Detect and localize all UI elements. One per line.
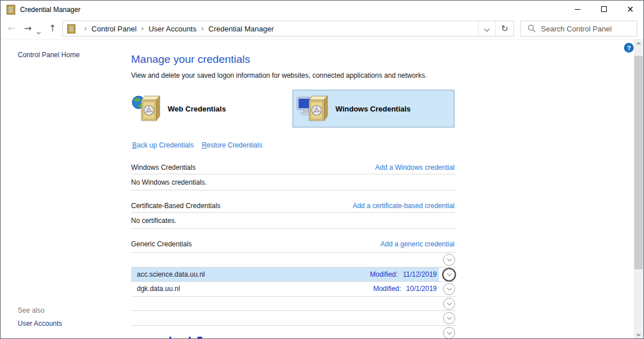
address-bar[interactable]: › Control Panel › User Accounts › Creden… [62,21,514,37]
windows-credentials-label: Windows Credentials [335,105,410,113]
chevron-down-icon [484,26,490,31]
credential-name: dgk.data.uu.nl [137,285,180,293]
search-input[interactable] [541,25,642,33]
clipped-text-fragment [189,337,191,338]
sidebar-item-user-accounts[interactable]: User Accounts [18,320,62,328]
clipped-text-fragment [169,337,171,338]
history-dropdown-button[interactable] [37,27,40,35]
modified-label: Modified: [373,285,401,293]
web-credentials-label: Web Credentials [168,105,226,113]
add-generic-credential-link[interactable]: Add a generic credential [381,240,455,248]
breadcrumb-control-panel[interactable]: Control Panel [92,25,137,33]
generic-credentials-section-title: Generic Credentials [131,240,192,248]
page-title: Manage your credentials [131,53,250,66]
forward-button[interactable]: → [24,23,31,34]
address-dropdown-button[interactable] [478,21,495,36]
credential-row[interactable] [131,297,456,312]
credential-row[interactable] [131,253,456,268]
scrollbar-thumb[interactable] [634,56,643,269]
chevron-down-icon [37,30,41,34]
back-button[interactable]: ← [7,23,15,34]
no-windows-credentials-text: No Windows credentials. [131,178,207,186]
chevron-down-icon [637,332,641,336]
breadcrumb-credential-manager[interactable]: Credential Manager [208,25,274,33]
navigation-bar: ← → ↑ › Control Panel › User Accounts › … [1,18,643,39]
vault-icon [6,5,16,15]
breadcrumb-separator: › [84,25,87,33]
close-icon: × [627,5,634,14]
vertical-scrollbar[interactable] [634,39,643,339]
breadcrumb-separator: › [141,25,144,33]
clipped-text-fragment [197,337,202,338]
expand-credential-button[interactable] [443,283,455,295]
help-button[interactable]: ? [624,43,634,53]
credential-row[interactable] [131,326,456,339]
modified-date: 11/12/2019 [403,270,437,278]
expand-credential-button[interactable] [443,298,455,310]
chevron-up-icon [637,42,641,46]
divider [131,190,456,190]
windows-credentials-icon [297,93,332,124]
generic-credentials-list: acc.science.data.uu.nl Modified: 11/12/2… [131,252,456,339]
see-also-label: See also [18,306,45,314]
credential-row-dgk-data-uu-nl[interactable]: dgk.data.uu.nl Modified: 10/1/2019 [131,282,456,297]
expand-credential-button[interactable] [443,312,455,324]
chevron-down-icon [447,286,451,290]
minimize-button[interactable] [564,1,591,18]
breadcrumb-separator: › [201,25,204,33]
web-credentials-tile[interactable]: Web Credentials [131,90,287,127]
chevron-down-icon [447,257,451,261]
web-credentials-icon [131,93,164,124]
vault-icon [67,24,76,34]
modified-label: Modified: [370,270,398,278]
expand-credential-button[interactable] [443,254,455,266]
search-box [520,21,637,37]
windows-credentials-section-title: Windows Credentials [131,163,196,172]
credential-modified: Modified: 11/12/2019 [370,268,437,282]
up-button[interactable]: ↑ [49,23,56,34]
divider [131,174,456,174]
page-description: View and delete your saved logon informa… [131,71,427,79]
credential-manager-window: Credential Manager × ← → ↑ › Control Pan… [0,0,644,339]
maximize-button[interactable] [591,1,617,18]
add-certificate-credential-link[interactable]: Add a certificate-based credential [353,202,455,210]
divider [131,228,456,229]
scroll-down-button[interactable] [634,329,643,339]
certificate-credentials-section-title: Certificate-Based Credentials [131,202,220,210]
credential-row-acc-science-data-uu-nl[interactable]: acc.science.data.uu.nl Modified: 11/12/2… [131,268,456,282]
window-title: Credential Manager [20,6,80,14]
add-windows-credential-link[interactable]: Add a Windows credential [375,163,455,172]
title-bar: Credential Manager × [1,1,643,18]
restore-credentials-link[interactable]: Restore Credentials [202,141,262,149]
window-controls: × [564,1,643,18]
backup-credentials-link[interactable]: Back up Credentials [132,141,193,149]
maximize-icon [601,6,607,12]
scroll-up-button[interactable] [634,39,643,49]
chevron-down-icon [447,329,451,334]
minimize-icon [575,9,580,10]
sidebar-item-control-panel-home[interactable]: Control Panel Home [18,51,80,59]
divider [131,212,456,213]
modified-date: 10/1/2019 [406,285,437,293]
credential-name: acc.science.data.uu.nl [137,270,205,278]
credential-actions: Back up Credentials Restore Credentials [132,141,262,149]
expand-credential-button[interactable] [443,327,455,339]
chevron-down-icon [447,300,451,305]
no-certificates-text: No certificates. [131,217,176,225]
credential-modified: Modified: 10/1/2019 [373,282,437,296]
close-button[interactable]: × [617,1,643,18]
credential-row[interactable] [131,311,456,326]
windows-credentials-tile-selected[interactable]: Windows Credentials [293,90,455,127]
chevron-down-icon [447,315,451,320]
chevron-down-icon [447,271,451,276]
expand-credential-button[interactable] [443,269,455,281]
help-icon: ? [627,45,631,51]
breadcrumb-user-accounts[interactable]: User Accounts [148,25,196,33]
refresh-button[interactable]: ↻ [495,21,513,36]
search-icon [528,25,536,33]
